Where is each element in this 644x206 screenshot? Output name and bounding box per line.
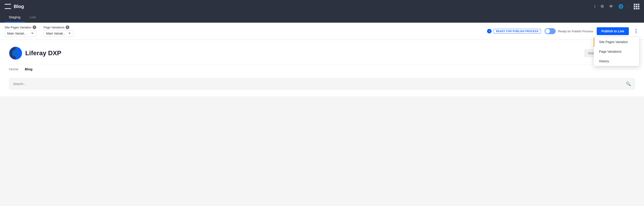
site-pages-select[interactable]: Main Variati... (4, 30, 36, 37)
page-variations-select[interactable]: Main Variati... (44, 30, 74, 37)
apps-grid-icon[interactable] (634, 4, 640, 9)
dropdown-item-history[interactable]: History (594, 56, 639, 66)
toggle-group: Ready for Publish Process (544, 28, 593, 34)
top-bar: Blog i ⚙ 👁 🌐 (0, 0, 644, 13)
main-content: Liferay DXP Home Blog 🔍 (0, 40, 644, 96)
top-bar-left: Blog (4, 4, 24, 9)
site-header: Liferay DXP (9, 47, 635, 64)
preview-icon[interactable]: 👁 (609, 4, 613, 9)
toggle-label: Ready for Publish Process (558, 29, 593, 33)
content-search-input[interactable] (13, 82, 626, 86)
site-pages-help-icon[interactable]: ? (32, 25, 36, 29)
tab-live[interactable]: Live (26, 13, 40, 22)
sidebar-toggle[interactable] (4, 4, 11, 9)
site-name: Liferay DXP (25, 49, 61, 57)
site-pages-variation-group: Site Pages Variation ? Main Variati... (4, 25, 36, 37)
publish-to-live-button[interactable]: Publish to Live (597, 27, 629, 35)
site-nav: Home Blog (9, 64, 635, 74)
site-logo: Liferay DXP (9, 47, 61, 60)
staging-right: i READY FOR PUBLISH PROCESS Ready for Pu… (487, 27, 640, 35)
tabs-bar: Staging Live (0, 13, 644, 23)
dropdown-item-site-pages-variation[interactable]: Site Pages Variation (594, 37, 639, 47)
page-variations-label: Page Variations ? (44, 25, 74, 29)
info-topbar-icon[interactable]: i (594, 4, 595, 9)
page-variations-group: Page Variations ? Main Variati... (44, 25, 74, 37)
ready-status-tag: READY FOR PUBLISH PROCESS (494, 29, 541, 33)
more-options-button[interactable]: ⋮ (632, 29, 640, 34)
dropdown-item-page-variations[interactable]: Page Variations (594, 47, 639, 56)
staging-toolbar: Site Pages Variation ? Main Variati... P… (0, 23, 644, 40)
content-search-bar: 🔍 (9, 78, 635, 89)
nav-blog[interactable]: Blog (25, 67, 32, 71)
site-pages-label: Site Pages Variation ? (4, 25, 36, 29)
search-icon: 🔍 (626, 81, 631, 86)
ready-info-icon[interactable]: i (487, 29, 492, 33)
dropdown-menu: Site Pages Variation Page Variations His… (594, 37, 640, 66)
site-logo-image (9, 47, 22, 60)
tab-staging[interactable]: Staging (4, 13, 24, 22)
top-bar-right: i ⚙ 👁 🌐 (594, 3, 640, 10)
ready-toggle[interactable] (544, 28, 556, 34)
app-title: Blog (14, 4, 24, 9)
globe-icon[interactable]: 🌐 (618, 4, 623, 9)
page-variations-help-icon[interactable]: ? (66, 25, 69, 29)
ready-badge: i READY FOR PUBLISH PROCESS (487, 29, 541, 33)
settings-icon[interactable]: ⚙ (600, 4, 604, 9)
nav-home[interactable]: Home (9, 67, 18, 71)
